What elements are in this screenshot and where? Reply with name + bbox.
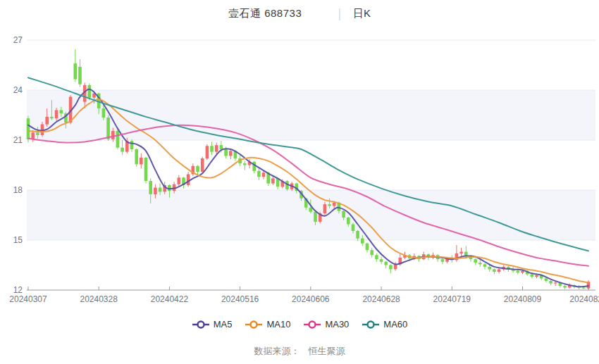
candle-down bbox=[328, 204, 331, 206]
candle-down bbox=[314, 212, 317, 222]
candle-down bbox=[366, 244, 369, 251]
candle-down bbox=[389, 265, 393, 270]
candle-up bbox=[45, 117, 49, 125]
plot-band bbox=[27, 190, 595, 240]
candle-down bbox=[356, 231, 359, 239]
legend-item-ma10[interactable]: MA10 bbox=[245, 319, 290, 330]
y-axis-label: 15 bbox=[13, 235, 23, 245]
candle-up bbox=[535, 275, 538, 277]
candle-up bbox=[262, 172, 266, 177]
x-axis-label: 20240628 bbox=[362, 294, 400, 304]
candle-down bbox=[370, 250, 373, 255]
candle-down bbox=[210, 146, 214, 151]
legend-item-ma60[interactable]: MA60 bbox=[362, 319, 407, 330]
candle-up bbox=[111, 131, 115, 139]
candle-up bbox=[187, 175, 190, 185]
x-axis-label: 20240719 bbox=[433, 294, 471, 304]
candle-down bbox=[474, 259, 477, 263]
y-axis-label: 27 bbox=[13, 35, 23, 45]
candle-down bbox=[27, 118, 30, 139]
data-source-value: 恒生聚源 bbox=[309, 346, 345, 356]
candle-down bbox=[488, 267, 491, 270]
candle-down bbox=[135, 149, 138, 164]
y-axis-label: 21 bbox=[13, 135, 23, 145]
stock-chart-page: 壹石通 688733 │ 日K 272421181512202403072024… bbox=[0, 0, 599, 364]
candle-down bbox=[168, 185, 171, 191]
candle-down bbox=[441, 259, 445, 262]
candle-up bbox=[140, 158, 143, 165]
candle-down bbox=[116, 131, 120, 148]
candle-up bbox=[323, 204, 327, 213]
candle-down bbox=[121, 148, 124, 152]
legend-item-ma5[interactable]: MA5 bbox=[192, 319, 233, 330]
candle-down bbox=[144, 158, 148, 181]
candle-up bbox=[201, 158, 204, 172]
candle-down bbox=[220, 145, 223, 149]
x-axis-label: 20240606 bbox=[292, 294, 330, 304]
x-axis-label: 20240422 bbox=[151, 294, 189, 304]
candle-down bbox=[130, 141, 134, 149]
legend-label: MA30 bbox=[325, 319, 349, 330]
legend-label: MA60 bbox=[383, 319, 407, 330]
candle-down bbox=[375, 255, 378, 259]
candle-up bbox=[178, 177, 181, 184]
data-source-note: 数据来源：恒生聚源 bbox=[0, 345, 599, 358]
candle-down bbox=[531, 275, 534, 277]
candle-down bbox=[50, 117, 54, 118]
y-axis-label: 18 bbox=[13, 185, 23, 195]
candle-down bbox=[224, 149, 228, 156]
kline-chart-area[interactable]: 2724211815122024030720240328202404222024… bbox=[0, 0, 599, 316]
candle-up bbox=[521, 271, 524, 272]
candle-down bbox=[36, 132, 39, 135]
legend-item-ma30[interactable]: MA30 bbox=[303, 319, 349, 330]
candle-down bbox=[384, 262, 388, 265]
legend-marker-ma60 bbox=[362, 320, 380, 330]
candle-up bbox=[554, 282, 557, 283]
candle-down bbox=[252, 162, 256, 171]
candle-down bbox=[309, 208, 313, 212]
candle-down bbox=[582, 288, 586, 289]
candle-down bbox=[159, 188, 162, 192]
x-axis-label: 20240328 bbox=[80, 294, 118, 304]
legend-label: MA5 bbox=[214, 319, 233, 330]
y-axis-label: 12 bbox=[13, 285, 23, 295]
candle-up bbox=[55, 110, 58, 118]
candle-down bbox=[380, 259, 383, 262]
candle-down bbox=[102, 108, 106, 118]
candle-down bbox=[149, 181, 152, 194]
x-axis-label: 20240829 bbox=[569, 294, 599, 304]
candle-down bbox=[549, 281, 552, 284]
x-axis-label: 20240516 bbox=[221, 294, 259, 304]
y-axis-label: 24 bbox=[13, 85, 23, 95]
candle-up bbox=[206, 146, 209, 158]
candle-down bbox=[257, 171, 261, 177]
candle-up bbox=[459, 252, 463, 253]
candle-up bbox=[333, 203, 336, 206]
candle-down bbox=[545, 278, 548, 281]
candle-down bbox=[78, 67, 82, 84]
candle-up bbox=[498, 269, 501, 272]
candle-up bbox=[154, 188, 157, 195]
candle-down bbox=[243, 163, 247, 165]
candle-down bbox=[563, 286, 567, 287]
kline-chart-canvas[interactable]: 2724211815122024030720240328202404222024… bbox=[0, 0, 599, 313]
candle-up bbox=[271, 178, 275, 183]
candle-down bbox=[347, 218, 350, 225]
legend-marker-ma30 bbox=[303, 320, 321, 330]
candle-up bbox=[215, 145, 218, 152]
legend-marker-ma5 bbox=[192, 320, 210, 330]
legend-label: MA10 bbox=[266, 319, 290, 330]
candle-down bbox=[493, 269, 496, 272]
data-source-label: 数据来源： bbox=[254, 346, 300, 356]
ma-legend: MA5MA10MA30MA60 bbox=[0, 319, 599, 330]
candle-down bbox=[342, 211, 345, 218]
legend-marker-ma10 bbox=[245, 320, 263, 330]
candle-down bbox=[106, 118, 110, 139]
candle-down bbox=[352, 225, 355, 232]
candle-down bbox=[517, 271, 520, 272]
x-axis-label: 20240307 bbox=[9, 294, 47, 304]
candle-down bbox=[361, 239, 364, 244]
candle-down bbox=[74, 63, 78, 80]
candle-down bbox=[88, 85, 92, 98]
candle-down bbox=[60, 110, 63, 113]
